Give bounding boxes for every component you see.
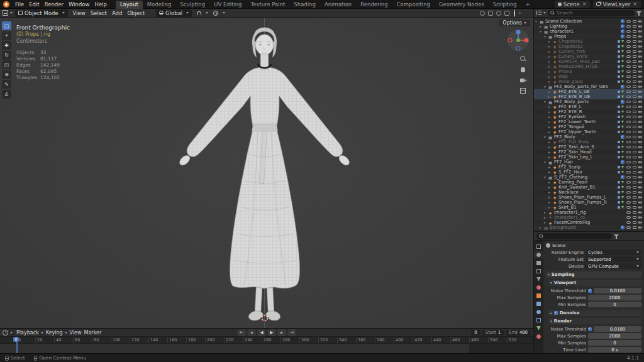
outliner-editor-button[interactable]	[536, 11, 546, 15]
workspace-tab[interactable]: Layout	[116, 1, 143, 9]
timeline-ruler[interactable]: 0204060801001201401601802002202402602803…	[0, 337, 533, 344]
properties-tab[interactable]	[534, 267, 543, 275]
xray-toggle-icon[interactable]	[504, 11, 509, 16]
disable-viewport-icon[interactable]	[633, 186, 636, 189]
disable-render-icon[interactable]	[638, 111, 643, 114]
outliner-row[interactable]: ▸ Cutlery_knife	[534, 54, 644, 59]
collection-checkbox[interactable]	[621, 35, 625, 38]
disable-viewport-icon[interactable]	[633, 201, 636, 204]
outliner-item-label[interactable]: FF2_Lower_Teeth	[558, 119, 596, 124]
viewport-panel-header[interactable]: ▾Viewport	[548, 280, 641, 286]
hide-eye-icon[interactable]	[626, 171, 631, 174]
hide-eye-icon[interactable]	[626, 45, 631, 48]
outliner-item-label[interactable]: KOMICHI_Miso_pair	[558, 59, 601, 64]
property-value-field[interactable]: 0 s	[588, 347, 641, 353]
outliner-item-label[interactable]: Earring_Pearl	[558, 180, 587, 185]
viewlayer-selector[interactable]: ViewLayer ×	[593, 1, 641, 8]
hide-eye-icon[interactable]	[626, 50, 631, 53]
hide-eye-icon[interactable]	[626, 20, 631, 23]
outliner-row[interactable]: ▾ FF2_Body	[534, 134, 644, 140]
disable-viewport-icon[interactable]	[633, 35, 636, 38]
outliner-search[interactable]	[548, 10, 635, 16]
property-value-field[interactable]: 0.0100	[594, 326, 641, 332]
menu-item[interactable]: File	[13, 1, 26, 8]
disable-render-icon[interactable]	[638, 196, 643, 199]
hide-eye-icon[interactable]	[626, 211, 631, 214]
properties-tab[interactable]	[534, 300, 543, 307]
disable-render-icon[interactable]	[638, 25, 643, 28]
outliner-row[interactable]: ▾ Props	[534, 34, 644, 39]
hide-eye-icon[interactable]	[626, 65, 631, 69]
outliner-row[interactable]: ▸ KOMICHI_Miso_pair	[534, 59, 644, 64]
outliner-search-input[interactable]	[557, 10, 632, 16]
disable-render-icon[interactable]	[638, 156, 643, 159]
disable-viewport-icon[interactable]	[633, 151, 636, 154]
disable-render-icon[interactable]	[638, 60, 643, 63]
disable-viewport-icon[interactable]	[633, 206, 636, 209]
hide-eye-icon[interactable]	[626, 136, 631, 139]
disable-render-icon[interactable]	[638, 191, 643, 194]
outliner-item-label[interactable]: Shoes_Plain_Pumps_R	[558, 200, 607, 205]
outliner-row[interactable]: ▸ Shoes_Plain_Pumps_R	[534, 200, 644, 205]
outliner-item-label[interactable]: FF2_Body	[554, 134, 575, 140]
disable-viewport-icon[interactable]	[633, 50, 636, 53]
shading-wireframe-button[interactable]	[513, 9, 516, 17]
timeline-menu-item[interactable]: Keying	[45, 330, 69, 336]
disable-viewport-icon[interactable]	[633, 126, 636, 129]
outliner-row[interactable]: ▸ FF2_Skin_Head	[534, 150, 644, 155]
disable-render-icon[interactable]	[638, 30, 643, 33]
disable-viewport-icon[interactable]	[633, 55, 636, 58]
menu-item[interactable]: Render	[42, 1, 66, 8]
hide-eye-icon[interactable]	[626, 40, 631, 43]
ortho-grid-icon[interactable]	[519, 87, 526, 94]
disable-render-icon[interactable]	[638, 166, 643, 169]
menu-item[interactable]: Window	[66, 1, 92, 8]
properties-tab[interactable]	[534, 251, 543, 258]
outliner-item-label[interactable]: FF2_Body_parts	[554, 99, 589, 104]
outliner-row[interactable]: ▸ character1_rig	[534, 210, 644, 215]
collection-checkbox[interactable]	[621, 226, 625, 229]
tool-button[interactable]: ↻	[2, 51, 11, 60]
disable-render-icon[interactable]	[638, 50, 643, 53]
outliner-row[interactable]: ▾ Scene Collection	[534, 19, 644, 24]
unlink-scene-icon[interactable]: ×	[582, 1, 587, 7]
outliner-row[interactable]: ▸ Wok	[534, 74, 644, 79]
disable-viewport-icon[interactable]	[633, 70, 636, 74]
outliner-row[interactable]: ▸ FF2_Lower_Teeth	[534, 119, 644, 124]
outliner-item-label[interactable]: FF2_Full_Body	[558, 140, 589, 145]
frame-end-field[interactable]: End 480	[506, 330, 531, 336]
disable-render-icon[interactable]	[638, 45, 643, 48]
hide-eye-icon[interactable]	[626, 116, 631, 119]
shading-rendered-button[interactable]	[529, 12, 531, 14]
disable-viewport-icon[interactable]	[633, 176, 636, 179]
frame-start-field[interactable]: Start 1	[482, 330, 504, 336]
outliner-item-label[interactable]: Skirt_B1	[558, 205, 577, 210]
hide-eye-icon[interactable]	[626, 191, 631, 194]
hide-eye-icon[interactable]	[626, 101, 631, 104]
hide-eye-icon[interactable]	[626, 131, 631, 134]
outliner-row[interactable]: ▸ Chopstick2	[534, 44, 644, 49]
hide-eye-icon[interactable]	[626, 111, 631, 114]
viewport-denoise-header[interactable]: ▸ Denoise	[548, 310, 641, 316]
outliner-item-label[interactable]: FF2_Scalp	[558, 165, 580, 170]
disable-viewport-icon[interactable]	[633, 146, 636, 149]
disable-render-icon[interactable]	[638, 206, 643, 209]
property-dropdown[interactable]: GPU Compute	[586, 263, 641, 269]
outliner-item-label[interactable]: FF2_Tongue	[558, 124, 584, 129]
timeline-menu-item[interactable]: Playback	[15, 330, 45, 336]
disable-viewport-icon[interactable]	[633, 90, 636, 94]
hide-eye-icon[interactable]	[626, 221, 631, 224]
disable-viewport-icon[interactable]	[633, 96, 636, 99]
hide-eye-icon[interactable]	[626, 121, 631, 124]
outliner-row[interactable]: ▸ FF2_EYE_L_UE	[534, 89, 644, 94]
zoom-icon[interactable]	[519, 55, 526, 62]
hide-eye-icon[interactable]	[626, 166, 631, 169]
disable-viewport-icon[interactable]	[633, 136, 636, 139]
disable-viewport-icon[interactable]	[633, 111, 636, 114]
disable-viewport-icon[interactable]	[633, 171, 636, 174]
outliner-item-label[interactable]: character1	[550, 29, 574, 34]
disable-viewport-icon[interactable]	[633, 106, 636, 109]
outliner-row[interactable]: ▾ FF2_Hair	[534, 160, 644, 165]
disable-viewport-icon[interactable]	[633, 60, 636, 63]
disable-render-icon[interactable]	[638, 131, 643, 134]
